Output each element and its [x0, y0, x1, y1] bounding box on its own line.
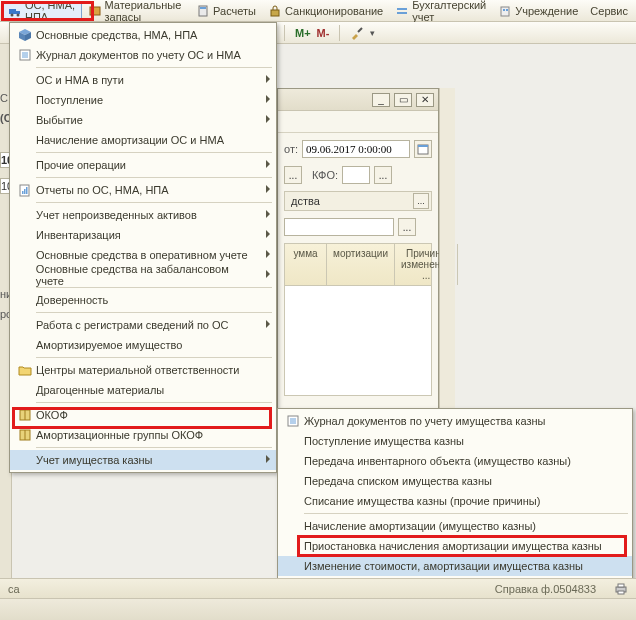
- menu-acc-label: Бухгалтерский учет: [412, 0, 486, 23]
- dropdown-item[interactable]: Инвентаризация: [10, 225, 276, 245]
- blank-field[interactable]: [284, 218, 394, 236]
- menu-os-nma-npa[interactable]: ОС, НМА, НПА: [2, 2, 82, 20]
- svg-line-13: [358, 28, 362, 32]
- chevron-right-icon: [266, 95, 270, 103]
- dropdown-item[interactable]: Амортизируемое имущество: [10, 335, 276, 355]
- dropdown-item[interactable]: Амортизационные группы ОКОФ: [10, 425, 276, 445]
- dropdown-item-label: Прочие операции: [36, 159, 126, 171]
- truck-icon: [8, 4, 22, 18]
- dropdown-item-label: ОКОФ: [36, 409, 68, 421]
- printer-icon[interactable]: [614, 582, 628, 596]
- report-icon: [14, 183, 36, 197]
- menu-acc[interactable]: Бухгалтерский учет: [389, 2, 492, 20]
- menu-sanction[interactable]: Санкционирование: [262, 2, 389, 20]
- dropdown-item[interactable]: Начисление амортизации ОС и НМА: [10, 130, 276, 150]
- date-picker-button[interactable]: [414, 140, 432, 158]
- menu-service-label: Сервис: [590, 5, 628, 17]
- ellipsis-button-2[interactable]: ...: [398, 218, 416, 236]
- document-window: _ ▭ ✕ от: ... КФО: ... дства ...: [277, 88, 439, 448]
- bottom-bar: [0, 598, 636, 620]
- dropdown-item[interactable]: Работа с регистрами сведений по ОС: [10, 315, 276, 335]
- menu-service[interactable]: Сервис: [584, 2, 634, 20]
- dropdown-item-label: Амортизируемое имущество: [36, 339, 182, 351]
- mplus-button[interactable]: M+: [295, 27, 311, 39]
- dropdown-item[interactable]: Поступление: [10, 90, 276, 110]
- submenu-item[interactable]: Приостановка начисления амортизации имущ…: [278, 536, 632, 556]
- submenu-item[interactable]: Начисление амортизации (имущество казны): [278, 516, 632, 536]
- ledger-icon: [395, 4, 409, 18]
- os-dropdown-menu: Основные средства, НМА, НПАЖурнал докуме…: [9, 22, 277, 473]
- submenu-item-label: Передача списком имущества казны: [304, 475, 492, 487]
- dropdown-item[interactable]: Основные средства, НМА, НПА: [10, 25, 276, 45]
- dropdown-item-label: Работа с регистрами сведений по ОС: [36, 319, 229, 331]
- submenu-item[interactable]: Передача списком имущества казны: [278, 471, 632, 491]
- submenu-item-label: Изменение стоимости, амортизации имущест…: [304, 560, 583, 572]
- dropdown-item-label: Выбытие: [36, 114, 83, 126]
- dropdown-item-label: Инвентаризация: [36, 229, 121, 241]
- dropdown-item[interactable]: Основные средства в оперативном учете: [10, 245, 276, 265]
- journal-icon: [14, 48, 36, 62]
- dropdown-item[interactable]: Основные средства на забалансовом учете: [10, 265, 276, 285]
- brush-icon[interactable]: [350, 26, 364, 40]
- svg-rect-10: [501, 7, 509, 16]
- menu-org[interactable]: Учреждение: [492, 2, 584, 20]
- dropdown-item[interactable]: ОКОФ: [10, 405, 276, 425]
- tab-ellipsis[interactable]: ...: [413, 193, 429, 209]
- kfo-field[interactable]: [342, 166, 370, 184]
- dropdown-item[interactable]: Прочие операции: [10, 155, 276, 175]
- submenu-item[interactable]: Передача инвентарного объекта (имущество…: [278, 451, 632, 471]
- submenu-item[interactable]: Журнал документов по учету имущества каз…: [278, 411, 632, 431]
- ellipsis-button-1[interactable]: ...: [284, 166, 302, 184]
- dropdown-item[interactable]: Учет непроизведенных активов: [10, 205, 276, 225]
- submenu-item-label: Списание имущества казны (прочие причины…: [304, 495, 540, 507]
- chevron-right-icon: [266, 230, 270, 238]
- dropdown-item[interactable]: Учет имущества казны: [10, 450, 276, 470]
- submenu-item[interactable]: Изменение стоимости, амортизации имущест…: [278, 556, 632, 576]
- cube-icon: [14, 28, 36, 42]
- dropdown-item-label: Амортизационные группы ОКОФ: [36, 429, 203, 441]
- submenu-item[interactable]: Поступление имущества казны: [278, 431, 632, 451]
- dropdown-item[interactable]: Выбытие: [10, 110, 276, 130]
- window-toolbar: [278, 111, 438, 133]
- svg-rect-7: [271, 10, 279, 16]
- dropdown-item-label: Учет непроизведенных активов: [36, 209, 197, 221]
- grid-header: умма мортизации Причина изменения ...: [284, 243, 432, 286]
- dropdown-item[interactable]: Доверенность: [10, 290, 276, 310]
- grid-body[interactable]: [284, 286, 432, 396]
- scrollbar[interactable]: [439, 88, 455, 448]
- svg-point-3: [17, 13, 20, 16]
- tab-assets[interactable]: дства ...: [284, 191, 432, 211]
- svg-rect-8: [397, 8, 407, 10]
- separator: [36, 202, 272, 203]
- svg-rect-0: [9, 9, 16, 14]
- chevron-right-icon: [266, 320, 270, 328]
- dropdown-item-label: Основные средства в оперативном учете: [36, 249, 248, 261]
- svg-rect-21: [22, 191, 24, 194]
- svg-rect-6: [200, 7, 206, 9]
- book-icon: [14, 428, 36, 442]
- dropdown-item[interactable]: ОС и НМА в пути: [10, 70, 276, 90]
- submenu-item[interactable]: Списание имущества казны (прочие причины…: [278, 491, 632, 511]
- dropdown-item-label: Основные средства на забалансовом учете: [36, 263, 258, 287]
- menu-materials[interactable]: Материальные запасы: [82, 2, 191, 20]
- menu-calc-label: Расчеты: [213, 5, 256, 17]
- dropdown-item[interactable]: Журнал документов по учету ОС и НМА: [10, 45, 276, 65]
- minimize-button[interactable]: _: [372, 93, 390, 107]
- mminus-button[interactable]: M-: [317, 27, 330, 39]
- close-button[interactable]: ✕: [416, 93, 434, 107]
- kfo-ellipsis[interactable]: ...: [374, 166, 392, 184]
- dropdown-item-label: Доверенность: [36, 294, 108, 306]
- submenu-item-label: Приостановка начисления амортизации имущ…: [304, 540, 602, 552]
- separator: [36, 177, 272, 178]
- menu-calc[interactable]: Расчеты: [190, 2, 262, 20]
- dropdown-item-label: Учет имущества казны: [36, 454, 152, 466]
- dropdown-item[interactable]: Драгоценные материалы: [10, 380, 276, 400]
- date-field[interactable]: [302, 140, 410, 158]
- date-label: от:: [284, 143, 298, 155]
- separator: [36, 67, 272, 68]
- dropdown-item-label: Основные средства, НМА, НПА: [36, 29, 197, 41]
- separator: [304, 513, 628, 514]
- dropdown-item[interactable]: Центры материальной ответственности: [10, 360, 276, 380]
- restore-button[interactable]: ▭: [394, 93, 412, 107]
- dropdown-item[interactable]: Отчеты по ОС, НМА, НПА: [10, 180, 276, 200]
